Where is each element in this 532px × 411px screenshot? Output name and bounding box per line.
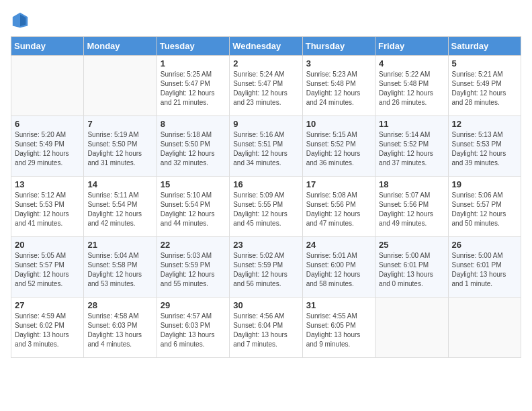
calendar-day-cell: 9Sunrise: 5:16 AM Sunset: 5:51 PM Daylig…	[230, 116, 302, 177]
calendar-day-cell: 10Sunrise: 5:15 AM Sunset: 5:52 PM Dayli…	[302, 116, 375, 177]
calendar-week-row: 13Sunrise: 5:12 AM Sunset: 5:53 PM Dayli…	[11, 177, 521, 237]
day-details: Sunrise: 5:05 AM Sunset: 5:57 PM Dayligh…	[15, 251, 80, 289]
day-number: 14	[87, 179, 152, 189]
day-of-week-header: Friday	[375, 37, 448, 56]
day-number: 28	[87, 300, 152, 310]
day-details: Sunrise: 5:20 AM Sunset: 5:49 PM Dayligh…	[15, 130, 80, 168]
day-details: Sunrise: 5:00 AM Sunset: 6:01 PM Dayligh…	[379, 251, 444, 289]
day-of-week-header: Tuesday	[157, 37, 229, 56]
calendar-day-cell	[375, 298, 448, 358]
calendar-header-row: SundayMondayTuesdayWednesdayThursdayFrid…	[11, 37, 521, 56]
calendar-day-cell: 24Sunrise: 5:01 AM Sunset: 6:00 PM Dayli…	[302, 237, 375, 298]
day-details: Sunrise: 5:15 AM Sunset: 5:52 PM Dayligh…	[306, 130, 371, 168]
day-number: 5	[452, 58, 517, 68]
day-details: Sunrise: 4:55 AM Sunset: 6:05 PM Dayligh…	[306, 312, 371, 349]
calendar-week-row: 27Sunrise: 4:59 AM Sunset: 6:02 PM Dayli…	[11, 298, 521, 358]
calendar-day-cell: 18Sunrise: 5:07 AM Sunset: 5:56 PM Dayli…	[375, 177, 448, 237]
day-number: 9	[233, 119, 298, 129]
calendar-day-cell	[11, 56, 84, 116]
calendar-day-cell: 12Sunrise: 5:13 AM Sunset: 5:53 PM Dayli…	[448, 116, 521, 177]
day-details: Sunrise: 4:57 AM Sunset: 6:03 PM Dayligh…	[161, 312, 226, 349]
calendar-day-cell: 11Sunrise: 5:14 AM Sunset: 5:52 PM Dayli…	[375, 116, 448, 177]
day-details: Sunrise: 5:18 AM Sunset: 5:50 PM Dayligh…	[161, 130, 226, 168]
day-number: 17	[306, 179, 371, 189]
day-details: Sunrise: 5:25 AM Sunset: 5:47 PM Dayligh…	[161, 70, 226, 107]
day-details: Sunrise: 5:23 AM Sunset: 5:48 PM Dayligh…	[306, 70, 371, 107]
day-number: 2	[233, 58, 298, 68]
calendar-day-cell: 2Sunrise: 5:24 AM Sunset: 5:47 PM Daylig…	[230, 56, 302, 116]
day-details: Sunrise: 5:14 AM Sunset: 5:52 PM Dayligh…	[379, 130, 444, 168]
calendar-day-cell: 5Sunrise: 5:21 AM Sunset: 5:49 PM Daylig…	[448, 56, 521, 116]
day-details: Sunrise: 5:16 AM Sunset: 5:51 PM Dayligh…	[233, 130, 298, 168]
day-number: 10	[306, 119, 371, 129]
calendar-day-cell: 26Sunrise: 5:00 AM Sunset: 6:01 PM Dayli…	[448, 237, 521, 298]
day-number: 11	[379, 119, 444, 129]
day-number: 3	[306, 58, 371, 68]
day-details: Sunrise: 5:08 AM Sunset: 5:56 PM Dayligh…	[306, 191, 371, 228]
day-number: 4	[379, 58, 444, 68]
calendar-day-cell: 6Sunrise: 5:20 AM Sunset: 5:49 PM Daylig…	[11, 116, 84, 177]
day-of-week-header: Saturday	[448, 37, 521, 56]
calendar-day-cell: 19Sunrise: 5:06 AM Sunset: 5:57 PM Dayli…	[448, 177, 521, 237]
day-number: 26	[452, 240, 517, 250]
calendar-day-cell: 30Sunrise: 4:56 AM Sunset: 6:04 PM Dayli…	[230, 298, 302, 358]
day-details: Sunrise: 5:03 AM Sunset: 5:59 PM Dayligh…	[161, 251, 226, 289]
calendar-day-cell: 29Sunrise: 4:57 AM Sunset: 6:03 PM Dayli…	[157, 298, 229, 358]
calendar-day-cell	[448, 298, 521, 358]
day-number: 7	[87, 119, 152, 129]
day-details: Sunrise: 5:02 AM Sunset: 5:59 PM Dayligh…	[233, 251, 298, 289]
calendar-day-cell: 27Sunrise: 4:59 AM Sunset: 6:02 PM Dayli…	[11, 298, 84, 358]
day-number: 30	[233, 300, 298, 310]
day-number: 16	[233, 179, 298, 189]
day-number: 22	[161, 240, 226, 250]
day-number: 19	[452, 179, 517, 189]
day-details: Sunrise: 5:21 AM Sunset: 5:49 PM Dayligh…	[452, 70, 517, 107]
calendar-day-cell: 8Sunrise: 5:18 AM Sunset: 5:50 PM Daylig…	[157, 116, 229, 177]
day-details: Sunrise: 5:07 AM Sunset: 5:56 PM Dayligh…	[379, 191, 444, 228]
calendar-day-cell: 23Sunrise: 5:02 AM Sunset: 5:59 PM Dayli…	[230, 237, 302, 298]
calendar-day-cell: 16Sunrise: 5:09 AM Sunset: 5:55 PM Dayli…	[230, 177, 302, 237]
calendar-day-cell: 22Sunrise: 5:03 AM Sunset: 5:59 PM Dayli…	[157, 237, 229, 298]
calendar-day-cell: 3Sunrise: 5:23 AM Sunset: 5:48 PM Daylig…	[302, 56, 375, 116]
calendar-day-cell: 14Sunrise: 5:11 AM Sunset: 5:54 PM Dayli…	[84, 177, 157, 237]
day-details: Sunrise: 5:10 AM Sunset: 5:54 PM Dayligh…	[161, 191, 226, 228]
day-details: Sunrise: 5:04 AM Sunset: 5:58 PM Dayligh…	[87, 251, 152, 289]
day-number: 27	[15, 300, 80, 310]
calendar-day-cell: 1Sunrise: 5:25 AM Sunset: 5:47 PM Daylig…	[157, 56, 229, 116]
day-number: 24	[306, 240, 371, 250]
day-number: 8	[161, 119, 226, 129]
day-number: 29	[161, 300, 226, 310]
calendar-day-cell: 4Sunrise: 5:22 AM Sunset: 5:48 PM Daylig…	[375, 56, 448, 116]
day-number: 6	[15, 119, 80, 129]
calendar-day-cell: 25Sunrise: 5:00 AM Sunset: 6:01 PM Dayli…	[375, 237, 448, 298]
day-of-week-header: Thursday	[302, 37, 375, 56]
day-details: Sunrise: 5:11 AM Sunset: 5:54 PM Dayligh…	[87, 191, 152, 228]
day-details: Sunrise: 4:58 AM Sunset: 6:03 PM Dayligh…	[87, 312, 152, 349]
day-details: Sunrise: 5:01 AM Sunset: 6:00 PM Dayligh…	[306, 251, 371, 289]
calendar-day-cell: 7Sunrise: 5:19 AM Sunset: 5:50 PM Daylig…	[84, 116, 157, 177]
day-details: Sunrise: 5:06 AM Sunset: 5:57 PM Dayligh…	[452, 191, 517, 228]
day-number: 20	[15, 240, 80, 250]
day-details: Sunrise: 4:56 AM Sunset: 6:04 PM Dayligh…	[233, 312, 298, 349]
logo-icon	[11, 11, 30, 30]
day-number: 1	[161, 58, 226, 68]
calendar-day-cell	[84, 56, 157, 116]
day-number: 18	[379, 179, 444, 189]
day-number: 23	[233, 240, 298, 250]
day-details: Sunrise: 4:59 AM Sunset: 6:02 PM Dayligh…	[15, 312, 80, 349]
day-number: 13	[15, 179, 80, 189]
calendar-week-row: 1Sunrise: 5:25 AM Sunset: 5:47 PM Daylig…	[11, 56, 521, 116]
day-of-week-header: Sunday	[11, 37, 84, 56]
day-details: Sunrise: 5:00 AM Sunset: 6:01 PM Dayligh…	[452, 251, 517, 289]
calendar-day-cell: 28Sunrise: 4:58 AM Sunset: 6:03 PM Dayli…	[84, 298, 157, 358]
calendar-week-row: 20Sunrise: 5:05 AM Sunset: 5:57 PM Dayli…	[11, 237, 521, 298]
day-details: Sunrise: 5:12 AM Sunset: 5:53 PM Dayligh…	[15, 191, 80, 228]
day-number: 21	[87, 240, 152, 250]
day-details: Sunrise: 5:24 AM Sunset: 5:47 PM Dayligh…	[233, 70, 298, 107]
day-number: 31	[306, 300, 371, 310]
logo	[11, 11, 32, 30]
calendar-day-cell: 17Sunrise: 5:08 AM Sunset: 5:56 PM Dayli…	[302, 177, 375, 237]
calendar-table: SundayMondayTuesdayWednesdayThursdayFrid…	[11, 36, 521, 358]
page-header	[11, 11, 521, 30]
day-details: Sunrise: 5:09 AM Sunset: 5:55 PM Dayligh…	[233, 191, 298, 228]
